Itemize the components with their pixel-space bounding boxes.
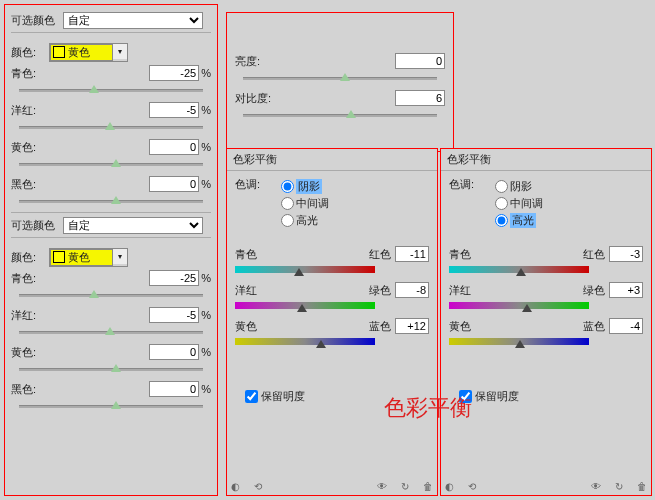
sc1-magenta-label: 洋红: [11,103,63,118]
sc1-black-label: 黑色: [11,177,63,192]
chevron-down-icon: ▾ [113,44,127,59]
cb1-tone-label: 色调: [235,177,271,230]
reset-icon[interactable]: ⟲ [254,481,262,492]
sc1-color-label: 颜色: [11,45,49,60]
cb2-tone-mid[interactable] [495,197,508,210]
cb2-tone-label: 色调: [449,177,485,230]
sc2-cyan-label: 青色: [11,271,63,286]
sc2-header-label: 可选颜色 [11,218,63,233]
cb1-s1-slider[interactable] [235,264,375,278]
cb1-s3-slider[interactable] [235,336,375,350]
eye-icon[interactable]: 👁 [591,481,601,492]
yellow-swatch-icon [53,46,65,58]
brightness-slider[interactable] [243,73,437,85]
sc2-yellow-label: 黄色: [11,345,63,360]
cb2-s2-slider[interactable] [449,300,589,314]
toggle-icon[interactable]: ◐ [445,481,454,492]
sc2-black-label: 黑色: [11,382,63,397]
sc1-cyan-slider[interactable] [19,85,203,97]
sc1-yellow-label: 黄色: [11,140,63,155]
chevron-down-icon: ▾ [113,249,127,264]
cb2-s3-input[interactable] [609,318,643,334]
cb1-preserve-check[interactable] [245,390,258,403]
cb1-tone-mid[interactable] [281,197,294,210]
reset-icon[interactable]: ⟲ [468,481,476,492]
cb2-title: 色彩平衡 [441,149,651,171]
refresh-icon[interactable]: ↻ [615,481,623,492]
sc1-magenta-slider[interactable] [19,122,203,134]
cb1-s2-input[interactable] [395,282,429,298]
cb2-tone-hi[interactable] [495,214,508,227]
sc1-color-select[interactable]: 黄色 ▾ [49,43,128,62]
cb1-tone-hi[interactable] [281,214,294,227]
cb1-title: 色彩平衡 [227,149,437,171]
cb2-tone-shadow[interactable] [495,180,508,193]
sc2-magenta-input[interactable] [149,307,199,323]
trash-icon[interactable]: 🗑 [423,481,433,492]
sc1-yellow-slider[interactable] [19,159,203,171]
sc1-black-input[interactable] [149,176,199,192]
sc2-black-slider[interactable] [19,401,203,413]
sc1-cyan-input[interactable] [149,65,199,81]
brightness-input[interactable] [395,53,445,69]
cb1-s3-input[interactable] [395,318,429,334]
cb1-s1-input[interactable] [395,246,429,262]
cb2-s2-input[interactable] [609,282,643,298]
contrast-input[interactable] [395,90,445,106]
sc2-yellow-input[interactable] [149,344,199,360]
sc2-cyan-input[interactable] [149,270,199,286]
cb1-s2-slider[interactable] [235,300,375,314]
toggle-icon[interactable]: ◐ [231,481,240,492]
sc2-color-select[interactable]: 黄色 ▾ [49,248,128,267]
sc1-cyan-label: 青色: [11,66,63,81]
yellow-swatch-icon [53,251,65,263]
refresh-icon[interactable]: ↻ [401,481,409,492]
eye-icon[interactable]: 👁 [377,481,387,492]
sc1-magenta-input[interactable] [149,102,199,118]
sc1-black-slider[interactable] [19,196,203,208]
overlay-text: 色彩平衡 [384,393,472,423]
sc2-cyan-slider[interactable] [19,290,203,302]
sc2-color-label: 颜色: [11,250,49,265]
cb2-s1-slider[interactable] [449,264,589,278]
sc2-black-input[interactable] [149,381,199,397]
sc1-header-label: 可选颜色 [11,13,63,28]
sc2-yellow-slider[interactable] [19,364,203,376]
cb1-tone-shadow[interactable] [281,180,294,193]
sc2-magenta-label: 洋红: [11,308,63,323]
brightness-label: 亮度: [235,54,287,69]
cb2-s3-slider[interactable] [449,336,589,350]
sc1-preset-select[interactable]: 自定 [63,12,203,29]
sc2-preset-select[interactable]: 自定 [63,217,203,234]
cb2-s1-input[interactable] [609,246,643,262]
trash-icon[interactable]: 🗑 [637,481,647,492]
contrast-slider[interactable] [243,110,437,122]
sc2-magenta-slider[interactable] [19,327,203,339]
contrast-label: 对比度: [235,91,287,106]
sc1-yellow-input[interactable] [149,139,199,155]
